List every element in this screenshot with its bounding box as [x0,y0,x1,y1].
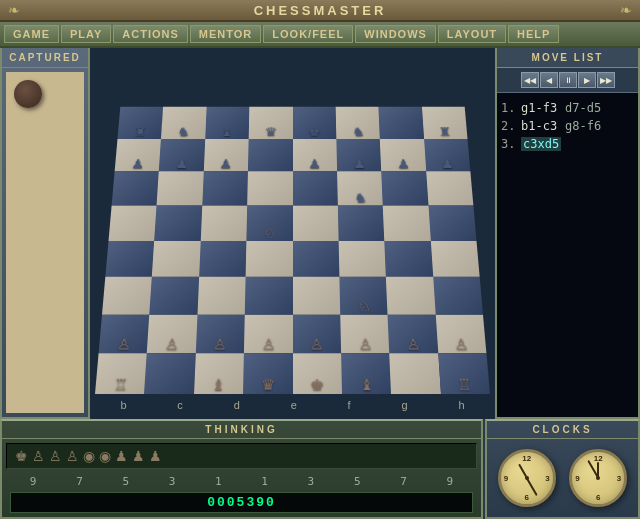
piece-d2: ♙ [261,338,275,353]
cell-g6[interactable] [381,172,428,206]
menu-layout[interactable]: LAYOUT [438,25,506,43]
cell-f5[interactable] [338,205,385,240]
cell-e7[interactable]: ♟ [293,139,337,172]
cell-e3[interactable] [293,277,341,315]
menu-help[interactable]: HELP [508,25,559,43]
cell-g7[interactable]: ♟ [380,139,426,172]
cell-a6[interactable] [112,172,159,206]
cell-h1[interactable]: ♖ [438,354,490,394]
move-prev-button[interactable]: ◀ [540,72,558,88]
cell-b8[interactable]: ♞ [161,107,206,139]
clocks-panel: CLOCKS 12 3 6 9 12 3 6 [485,419,640,519]
chess-grid: ♜ ♞ ♝ ♛ ♚ ♞ ♜ ♟ ♟ ♟ ♟ ♟ ♟ ♟ [95,107,490,394]
clock-6-1: 6 [525,493,529,502]
cell-c4[interactable] [199,241,247,277]
cell-d3[interactable] [245,277,293,315]
move-first-button[interactable]: ◀◀ [521,72,539,88]
cell-b5[interactable] [155,205,203,240]
cell-c3[interactable] [197,277,245,315]
cell-f2[interactable]: ♙ [340,315,389,354]
menu-lookfeel[interactable]: LOOK/FEEL [263,25,353,43]
cell-d7[interactable] [248,139,292,172]
thinking-bar-area: ♚ ♙ ♙ ♙ ◉ ◉ ♟ ♟ ♟ [6,443,477,469]
cell-g4[interactable] [384,241,432,277]
move-next-button[interactable]: ▶ [578,72,596,88]
cell-a2[interactable]: ♙ [99,315,150,354]
cell-e2[interactable]: ♙ [293,315,341,354]
menu-bar: GAME PLAY ACTIONS MENTOR LOOK/FEEL WINDO… [0,22,640,48]
label-b: b [120,399,126,411]
cell-f8[interactable]: ♞ [336,107,380,139]
piece-b2: ♙ [164,338,179,353]
cell-e5[interactable] [293,205,339,240]
cell-a4[interactable] [105,241,154,277]
cell-g2[interactable]: ♙ [388,315,438,354]
move-list-title: MOVE LIST [497,48,638,68]
cell-a8[interactable]: ♜ [118,107,164,139]
menu-game[interactable]: GAME [4,25,59,43]
label-g: g [401,399,407,411]
cell-g1[interactable] [389,354,440,394]
deco-right: ❧ [620,2,632,18]
cell-d1[interactable]: ♛ [243,354,292,394]
cell-d6[interactable] [247,172,292,206]
cell-c1[interactable]: ♝ [194,354,244,394]
move-pause-button[interactable]: ⏸ [559,72,577,88]
cell-g3[interactable] [386,277,435,315]
menu-windows[interactable]: WINDOWS [355,25,436,43]
cell-c7[interactable]: ♟ [204,139,249,172]
eval-7r: 7 [400,475,407,488]
menu-actions[interactable]: ACTIONS [113,25,188,43]
cell-d2[interactable]: ♙ [244,315,292,354]
cell-b3[interactable] [150,277,199,315]
cell-b6[interactable] [157,172,204,206]
cell-f3[interactable]: ♘ [339,277,387,315]
clock-player1: 12 3 6 9 [498,449,556,507]
cell-d8[interactable]: ♛ [249,107,293,139]
move-last-button[interactable]: ▶▶ [597,72,615,88]
cell-h5[interactable] [428,205,476,240]
clock-center-2 [596,476,600,480]
cell-h7[interactable]: ♟ [424,139,471,172]
cell-c6[interactable] [202,172,248,206]
cell-f1[interactable]: ♝ [341,354,391,394]
cell-h2[interactable]: ♙ [435,315,486,354]
cell-b2[interactable]: ♙ [147,315,197,354]
piece-icon-pawn1: ♙ [32,448,45,464]
cell-e8[interactable]: ♚ [293,107,337,139]
cell-b7[interactable]: ♟ [159,139,205,172]
cell-d5[interactable]: ♘ [247,205,293,240]
cell-h3[interactable] [433,277,483,315]
cell-f7[interactable]: ♟ [336,139,381,172]
clock-center-1 [525,476,529,480]
piece-f3: ♘ [357,299,371,313]
cell-a5[interactable] [109,205,157,240]
cell-h4[interactable] [430,241,479,277]
piece-icon-pawn2: ♙ [49,448,62,464]
cell-f6[interactable]: ♞ [337,172,383,206]
cell-b4[interactable] [152,241,200,277]
eval-9l: 9 [30,475,37,488]
piece-h2: ♙ [454,338,469,353]
cell-e1[interactable]: ♚ [293,354,342,394]
cell-b1[interactable] [144,354,195,394]
piece-g7: ♟ [397,158,410,170]
menu-mentor[interactable]: MENTOR [190,25,261,43]
cell-a7[interactable]: ♟ [115,139,162,172]
board-area: ♜ ♞ ♝ ♛ ♚ ♞ ♜ ♟ ♟ ♟ ♟ ♟ ♟ ♟ [90,48,495,419]
cell-c2[interactable]: ♙ [196,315,245,354]
cell-e4[interactable] [293,241,340,277]
cell-c8[interactable]: ♝ [205,107,249,139]
cell-h6[interactable] [426,172,473,206]
cell-e6[interactable] [293,172,338,206]
cell-g5[interactable] [383,205,431,240]
cell-d4[interactable] [246,241,293,277]
cell-f4[interactable] [338,241,386,277]
menu-play[interactable]: PLAY [61,25,111,43]
cell-g8[interactable] [379,107,424,139]
cell-h8[interactable]: ♜ [422,107,468,139]
piece-f8: ♞ [352,126,365,138]
cell-a1[interactable]: ♖ [95,354,147,394]
cell-c5[interactable] [201,205,248,240]
cell-a3[interactable] [102,277,152,315]
